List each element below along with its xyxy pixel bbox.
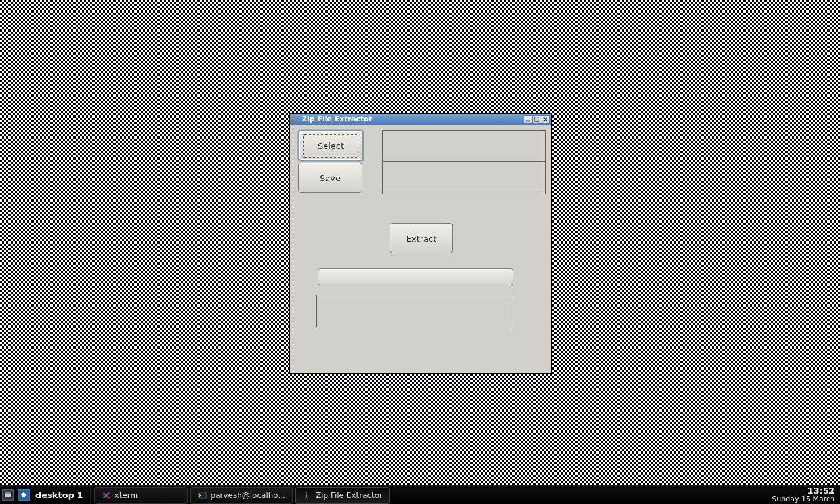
window-content: Select Save Extract — [290, 125, 551, 373]
save-button[interactable]: Save — [298, 163, 362, 193]
status-field — [316, 295, 514, 327]
extract-button[interactable]: Extract — [390, 223, 453, 253]
titlebar[interactable]: Zip File Extractor — [290, 114, 551, 125]
taskbar: desktop 1 xterm parvesh@localho... Zip F… — [0, 485, 840, 504]
close-button[interactable] — [541, 115, 550, 123]
progress-bar — [318, 268, 513, 285]
taskbar-item-label: parvesh@localho... — [211, 491, 285, 500]
java-icon — [303, 491, 312, 500]
home-icon[interactable] — [18, 489, 30, 501]
window-title: Zip File Extractor — [302, 115, 521, 123]
select-button[interactable]: Select — [298, 130, 364, 161]
show-desktop-icon[interactable] — [2, 489, 14, 501]
minimize-button[interactable] — [524, 115, 533, 123]
clock-date: Sunday 15 March — [772, 495, 835, 503]
extract-button-label: Extract — [406, 234, 437, 243]
maximize-button[interactable] — [533, 115, 541, 123]
source-path-field[interactable] — [382, 130, 546, 163]
svg-rect-0 — [526, 120, 530, 121]
taskbar-item-label: Zip File Extractor — [316, 491, 383, 500]
taskbar-item-zip-extractor[interactable]: Zip File Extractor — [295, 487, 390, 504]
taskbar-clock[interactable]: 13:52 Sunday 15 March — [766, 486, 840, 504]
dest-path-field[interactable] — [382, 161, 546, 194]
svg-rect-4 — [5, 493, 12, 497]
svg-rect-8 — [198, 492, 205, 499]
taskbar-item-label: xterm — [115, 491, 138, 500]
terminal-icon — [198, 491, 207, 500]
x-icon — [102, 491, 111, 500]
taskbar-left: desktop 1 xterm parvesh@localho... Zip F… — [0, 486, 391, 504]
pager-label: desktop 1 — [35, 490, 83, 500]
taskbar-item-terminal[interactable]: parvesh@localho... — [190, 487, 293, 504]
clock-time: 13:52 — [808, 486, 835, 495]
save-button-label: Save — [320, 173, 341, 183]
select-button-label: Select — [318, 141, 344, 151]
svg-rect-5 — [5, 492, 12, 493]
taskbar-item-xterm[interactable]: xterm — [94, 487, 188, 504]
desktop-pager[interactable]: desktop 1 — [32, 486, 91, 504]
java-icon — [291, 116, 299, 123]
app-window: Zip File Extractor Select Save — [289, 113, 552, 374]
svg-rect-1 — [535, 117, 539, 121]
